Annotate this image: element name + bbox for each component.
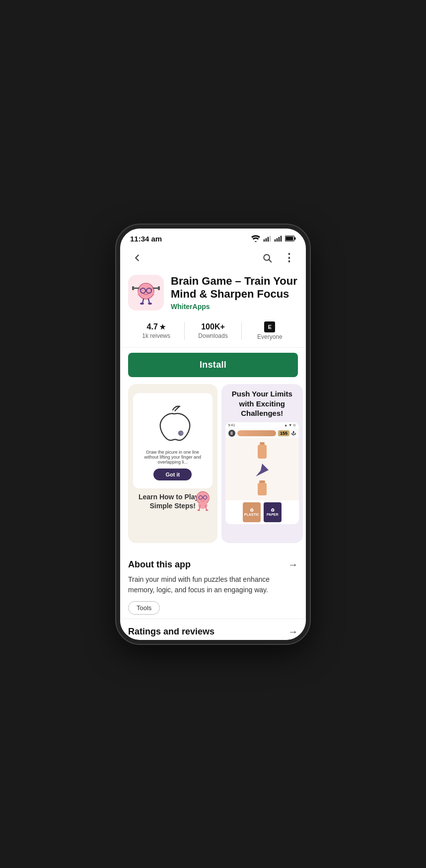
about-description: Train your mind with fun puzzles that en… xyxy=(128,574,298,595)
stat-downloads: 100K+ Downloads xyxy=(185,322,241,339)
svg-marker-42 xyxy=(256,464,269,476)
game-progress-bar: ⏸ 155 🕹 xyxy=(225,428,299,438)
app-icon-image xyxy=(131,277,161,308)
svg-point-21 xyxy=(140,303,144,305)
ratings-title: Ratings and reviews xyxy=(128,627,214,637)
ratings-header: Ratings and reviews → xyxy=(128,626,298,637)
top-nav: ⋮ xyxy=(120,245,306,271)
bottle-top xyxy=(257,442,268,460)
nav-right-icons: ⋮ xyxy=(258,249,298,267)
stat-rating: 4.7 ★ 1k reivews xyxy=(128,322,184,339)
screenshot-2-title: Push Your Limits with Exciting Challenge… xyxy=(225,389,299,418)
age-label: Everyone xyxy=(257,333,283,340)
screenshots-section: ☞ Draw the picure in one line without li… xyxy=(120,384,306,551)
ratings-section: Ratings and reviews → xyxy=(120,619,306,639)
svg-rect-40 xyxy=(260,442,265,445)
svg-rect-24 xyxy=(132,286,134,290)
svg-rect-1 xyxy=(266,238,267,241)
phone-frame: 11:34 am xyxy=(116,225,310,644)
svg-rect-5 xyxy=(277,238,278,241)
svg-rect-4 xyxy=(275,239,276,242)
svg-rect-43 xyxy=(259,480,265,483)
got-it-button[interactable]: Got it xyxy=(153,469,192,480)
apple-screen-mock: ☞ Draw the picure in one line without li… xyxy=(133,393,213,488)
game-score: 155 xyxy=(278,430,289,436)
svg-line-20 xyxy=(148,299,149,303)
svg-rect-10 xyxy=(285,237,293,240)
game-icon: 🕹 xyxy=(291,431,296,436)
game-bar-fill xyxy=(237,430,277,436)
status-bar: 11:34 am xyxy=(120,229,306,245)
game-status-bar: 9:41 ▲ ▼ ⊙ xyxy=(225,422,299,428)
about-title: About this app xyxy=(128,559,191,570)
bottle-bottom xyxy=(257,480,267,496)
search-button[interactable] xyxy=(258,249,276,267)
wifi-icon xyxy=(251,235,260,242)
app-header: Brain Game – Train Your Mind & Sharpen F… xyxy=(120,271,306,317)
svg-point-22 xyxy=(148,303,152,305)
more-button[interactable]: ⋮ xyxy=(280,249,298,267)
svg-rect-2 xyxy=(268,237,269,242)
svg-point-39 xyxy=(206,510,209,511)
star-icon: ★ xyxy=(159,323,166,331)
pause-icon: ⏸ xyxy=(228,430,235,437)
svg-line-19 xyxy=(142,299,143,303)
battery-icon xyxy=(285,236,296,241)
about-section: About this app → Train your mind with fu… xyxy=(120,551,306,619)
phone-screen: 11:34 am xyxy=(120,229,306,640)
status-time: 11:34 am xyxy=(130,235,162,243)
screenshot-1: ☞ Draw the picure in one line without li… xyxy=(128,384,217,543)
app-icon xyxy=(128,275,164,311)
about-arrow-button[interactable]: → xyxy=(288,559,298,570)
stats-row: 4.7 ★ 1k reivews 100K+ Downloads E Every… xyxy=(120,316,306,348)
svg-rect-26 xyxy=(158,286,160,290)
brain-mascot xyxy=(189,488,216,515)
svg-text:☞: ☞ xyxy=(179,431,183,436)
downloads-value: 100K+ xyxy=(201,322,225,331)
back-button[interactable] xyxy=(128,249,146,267)
paper-bin: ♻ PAPER xyxy=(264,502,282,522)
app-title-block: Brain Game – Train Your Mind & Sharpen F… xyxy=(171,275,298,311)
screen-caption: Draw the picure in one line without lift… xyxy=(141,450,205,465)
screenshot-2: Push Your Limits with Exciting Challenge… xyxy=(221,384,303,543)
install-section: Install xyxy=(120,348,306,384)
paper-plane xyxy=(255,463,270,477)
svg-rect-9 xyxy=(294,237,296,239)
ratings-arrow-button[interactable]: → xyxy=(288,626,298,637)
svg-rect-6 xyxy=(279,237,280,242)
age-rating-value: E xyxy=(264,321,275,332)
svg-point-38 xyxy=(197,510,200,511)
about-header: About this app → xyxy=(128,559,298,570)
rating-label: 1k reivews xyxy=(142,332,170,339)
stat-age: E Everyone xyxy=(242,321,298,340)
svg-rect-44 xyxy=(258,483,267,495)
svg-rect-41 xyxy=(258,445,267,459)
svg-rect-0 xyxy=(264,239,265,242)
apple-drawing-svg: ☞ xyxy=(150,401,195,446)
install-button[interactable]: Install xyxy=(128,353,298,377)
svg-rect-3 xyxy=(270,236,271,241)
downloads-label: Downloads xyxy=(198,332,227,339)
rating-value: 4.7 ★ xyxy=(147,322,166,331)
signal2-icon xyxy=(274,235,282,242)
status-icons xyxy=(251,235,296,242)
app-title: Brain Game – Train Your Mind & Sharpen F… xyxy=(171,275,298,301)
svg-rect-7 xyxy=(281,236,282,241)
game-phone-mock: 9:41 ▲ ▼ ⊙ ⏸ 155 🕹 xyxy=(225,422,299,524)
game-area xyxy=(225,438,299,500)
everyone-icon: E xyxy=(264,321,275,332)
signal1-icon xyxy=(263,235,271,242)
game-bins: ♻ PLASTIC ♻ PAPER xyxy=(225,500,299,524)
category-tag[interactable]: Tools xyxy=(128,601,160,615)
plastic-bin: ♻ PLASTIC xyxy=(243,502,261,522)
app-developer[interactable]: WhiterApps xyxy=(171,303,298,311)
svg-line-12 xyxy=(269,259,272,262)
